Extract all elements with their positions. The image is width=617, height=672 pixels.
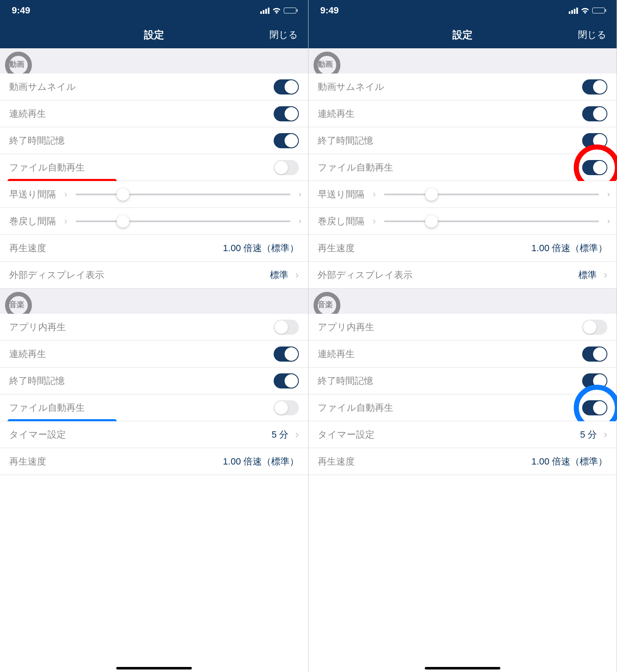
row-video-ff-interval[interactable]: 早送り間隔 › ››› [0, 181, 308, 208]
row-video-autoplay[interactable]: ファイル自動再生 [0, 154, 308, 181]
row-label: 巻戻し間隔 [9, 215, 56, 228]
toggle-music-continuous[interactable] [274, 346, 299, 362]
screen-right: 9:49 設定 閉じる 動画 動画サムネイル 連続再生 終了時間記憶 ファイル自… [308, 0, 617, 672]
slider-thumb[interactable] [117, 215, 129, 228]
row-label: 再生速度 [318, 242, 355, 255]
row-video-speed[interactable]: 再生速度 1.00 倍速（標準） [308, 235, 617, 262]
toggle-video-remember-end[interactable] [582, 133, 607, 148]
row-label: ファイル自動再生 [318, 161, 393, 174]
row-music-speed[interactable]: 再生速度 1.00 倍速（標準） [0, 448, 308, 475]
row-music-timer[interactable]: タイマー設定 5 分 › [0, 421, 308, 448]
row-video-autoplay[interactable]: ファイル自動再生 [308, 154, 617, 181]
status-time: 9:49 [320, 5, 339, 16]
row-label: アプリ内再生 [318, 321, 374, 333]
nav-title: 設定 [452, 28, 473, 42]
slider-ff[interactable] [76, 194, 290, 195]
row-label: 外部ディスプレイ表示 [9, 269, 104, 281]
row-music-remember-end[interactable]: 終了時間記憶 [308, 368, 617, 394]
toggle-music-inapp[interactable] [582, 320, 607, 335]
row-label: 終了時間記憶 [318, 134, 373, 147]
row-value: 1.00 倍速（標準） [223, 242, 299, 255]
row-video-speed[interactable]: 再生速度 1.00 倍速（標準） [0, 235, 308, 262]
row-label: ファイル自動再生 [9, 161, 85, 174]
toggle-video-continuous[interactable] [582, 106, 607, 121]
row-video-rw-interval[interactable]: 巻戻し間隔 › ››› [0, 208, 308, 235]
row-video-external-display[interactable]: 外部ディスプレイ表示 標準 › [0, 262, 308, 289]
toggle-video-autoplay[interactable] [274, 160, 299, 175]
row-label: 連続再生 [318, 348, 355, 360]
row-video-thumbnail[interactable]: 動画サムネイル [0, 74, 308, 100]
toggle-music-autoplay[interactable] [274, 400, 299, 415]
row-video-external-display[interactable]: 外部ディスプレイ表示 標準 › [308, 262, 617, 289]
chevron-right-icon: › [295, 268, 299, 281]
row-label: 再生速度 [9, 242, 46, 255]
row-label: 巻戻し間隔 [318, 215, 364, 228]
nav-bar: 設定 閉じる [308, 21, 617, 48]
row-video-continuous[interactable]: 連続再生 [0, 100, 308, 127]
toggle-music-inapp[interactable] [274, 320, 299, 335]
section-header-music-label: 音楽 [318, 300, 333, 309]
toggle-music-remember-end[interactable] [582, 373, 607, 388]
chevron-left-icon: › [373, 189, 376, 200]
row-label: タイマー設定 [9, 428, 66, 441]
row-video-ff-interval[interactable]: 早送り間隔 › ››› [308, 181, 617, 208]
row-label: ファイル自動再生 [318, 402, 393, 414]
row-music-continuous[interactable]: 連続再生 [308, 341, 617, 368]
row-music-continuous[interactable]: 連続再生 [0, 341, 308, 368]
toggle-music-remember-end[interactable] [274, 373, 299, 388]
row-music-autoplay[interactable]: ファイル自動再生 [0, 394, 308, 421]
slider-rw[interactable] [76, 220, 290, 222]
row-label: 終了時間記憶 [9, 375, 65, 387]
battery-icon [284, 8, 296, 13]
section-header-video-label: 動画 [9, 60, 24, 68]
slider-thumb[interactable] [117, 188, 129, 201]
row-video-rw-interval[interactable]: 巻戻し間隔 › ››› [308, 208, 617, 235]
toggle-video-remember-end[interactable] [274, 133, 299, 148]
section-header-video: 動画 [0, 48, 308, 74]
row-value: 標準 [578, 269, 597, 281]
chevron-right-icon: › [604, 268, 607, 281]
row-video-remember-end[interactable]: 終了時間記憶 [308, 127, 617, 154]
row-music-speed[interactable]: 再生速度 1.00 倍速（標準） [308, 448, 617, 475]
slider-rw[interactable] [384, 220, 599, 222]
row-value: 標準 [270, 269, 288, 281]
row-video-thumbnail[interactable]: 動画サムネイル [308, 74, 617, 100]
signal-icon [260, 8, 269, 14]
section-header-video: 動画 [308, 48, 617, 74]
row-value: 5 分 [272, 428, 288, 441]
toggle-video-thumbnail[interactable] [582, 79, 607, 94]
row-value: 1.00 倍速（標準） [531, 455, 607, 468]
row-label: 連続再生 [318, 108, 355, 120]
slider-ff[interactable] [384, 194, 599, 195]
row-music-remember-end[interactable]: 終了時間記憶 [0, 368, 308, 394]
chevron-right-icon: › [604, 428, 607, 441]
nav-title: 設定 [144, 28, 164, 42]
close-button[interactable]: 閉じる [578, 29, 607, 41]
row-music-inapp[interactable]: アプリ内再生 [308, 314, 617, 341]
toggle-video-continuous[interactable] [274, 106, 299, 121]
row-label: 終了時間記憶 [318, 375, 373, 387]
toggle-music-continuous[interactable] [582, 346, 607, 362]
row-music-autoplay[interactable]: ファイル自動再生 [308, 394, 617, 421]
toggle-music-autoplay[interactable] [582, 400, 607, 415]
screen-left: 9:49 設定 閉じる 動画 動画サムネイル 連続再生 終了時間記憶 ファイル自… [0, 0, 308, 672]
row-video-remember-end[interactable]: 終了時間記憶 [0, 127, 308, 154]
row-label: 終了時間記憶 [9, 134, 65, 147]
row-music-inapp[interactable]: アプリ内再生 [0, 314, 308, 341]
toggle-video-thumbnail[interactable] [274, 79, 299, 94]
slider-thumb[interactable] [425, 215, 438, 228]
row-label: 外部ディスプレイ表示 [318, 269, 413, 281]
row-value: 1.00 倍速（標準） [223, 455, 299, 468]
row-value: 5 分 [580, 428, 597, 441]
status-bar: 9:49 [0, 0, 308, 21]
row-video-continuous[interactable]: 連続再生 [308, 100, 617, 127]
close-button[interactable]: 閉じる [269, 29, 298, 41]
slider-thumb[interactable] [425, 188, 438, 201]
home-indicator [425, 667, 500, 669]
row-music-timer[interactable]: タイマー設定 5 分 › [308, 421, 617, 448]
wifi-icon [580, 7, 590, 14]
toggle-video-autoplay[interactable] [582, 160, 607, 175]
status-icons [569, 7, 605, 14]
status-time: 9:49 [12, 5, 30, 16]
row-label: 再生速度 [9, 455, 46, 468]
